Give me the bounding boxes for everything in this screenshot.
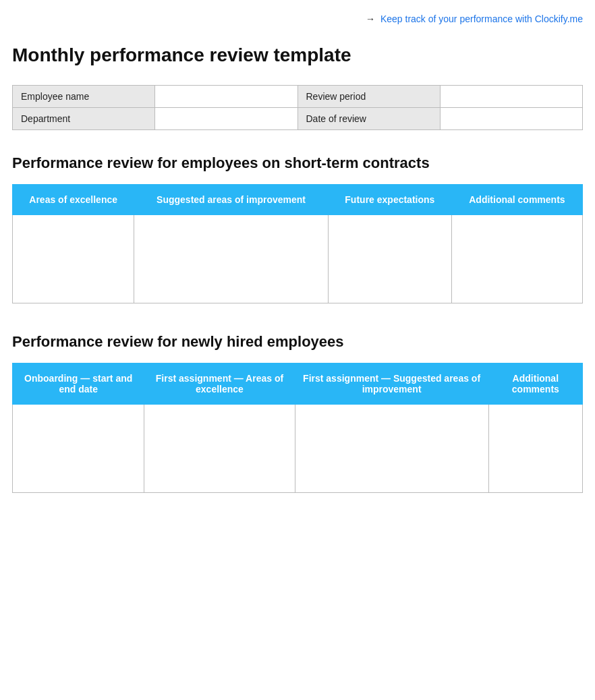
table-row: Employee name Review period [13, 86, 583, 108]
section1-table: Areas of excellence Suggested areas of i… [12, 184, 583, 303]
page-title: Monthly performance review template [12, 45, 583, 66]
section2-cell-1[interactable] [13, 405, 144, 493]
col-onboarding-dates: Onboarding — start and end date [13, 363, 144, 405]
clockify-link[interactable]: Keep track of your performance with Cloc… [380, 13, 583, 24]
section2-cell-3[interactable] [295, 405, 488, 493]
section2-title: Performance review for newly hired emplo… [12, 333, 583, 351]
arrow-icon: → [366, 13, 375, 24]
col-additional-comments-2: Additional comments [488, 363, 582, 405]
top-link-container: → Keep track of your performance with Cl… [12, 13, 583, 24]
col-future-expectations: Future expectations [328, 185, 451, 215]
section2-cell-2[interactable] [144, 405, 295, 493]
section1-cell-1[interactable] [13, 215, 134, 303]
section2-cell-4[interactable] [488, 405, 582, 493]
date-of-review-label: Date of review [298, 108, 440, 130]
col-first-assignment-excellence: First assignment — Areas of excellence [144, 363, 295, 405]
section2-table: Onboarding — start and end date First as… [12, 363, 583, 493]
section1-cell-3[interactable] [328, 215, 451, 303]
section1-header-row: Areas of excellence Suggested areas of i… [13, 185, 583, 215]
section1-data-row [13, 215, 583, 303]
col-suggested-areas: Suggested areas of improvement [134, 185, 329, 215]
review-period-label: Review period [298, 86, 440, 108]
col-additional-comments: Additional comments [451, 185, 582, 215]
table-row: Department Date of review [13, 108, 583, 130]
section2-data-row [13, 405, 583, 493]
review-period-value[interactable] [440, 86, 582, 108]
col-first-assignment-improvement: First assignment — Suggested areas of im… [295, 363, 488, 405]
department-value[interactable] [155, 108, 298, 130]
section1-cell-4[interactable] [451, 215, 582, 303]
employee-name-value[interactable] [155, 86, 298, 108]
department-label: Department [13, 108, 155, 130]
col-areas-excellence: Areas of excellence [13, 185, 134, 215]
section1-title: Performance review for employees on shor… [12, 154, 583, 172]
section1-cell-2[interactable] [134, 215, 329, 303]
section2-header-row: Onboarding — start and end date First as… [13, 363, 583, 405]
info-table: Employee name Review period Department D… [12, 85, 583, 130]
employee-name-label: Employee name [13, 86, 155, 108]
date-of-review-value[interactable] [440, 108, 582, 130]
